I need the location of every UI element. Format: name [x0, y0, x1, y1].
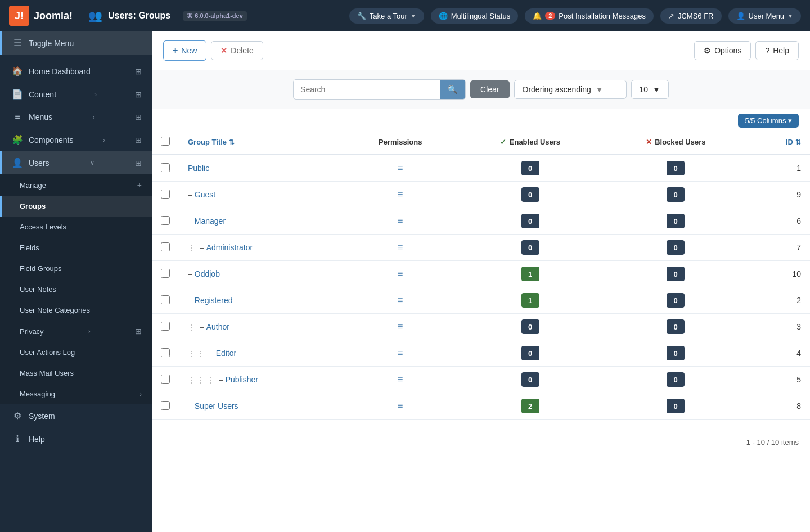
sidebar-privacy[interactable]: Privacy › ⊞	[0, 321, 152, 342]
enabled-count-badge[interactable]: 0	[521, 319, 539, 334]
user-note-categories-label: User Note Categories	[20, 306, 90, 314]
group-title-sort-link[interactable]: Group Title ⇅	[188, 138, 235, 146]
row-checkbox[interactable]	[161, 295, 170, 304]
table-row: –Guest≡009	[152, 182, 810, 208]
blocked-count-badge[interactable]: 0	[667, 372, 685, 387]
sidebar-user-notes[interactable]: User Notes	[0, 279, 152, 300]
id-sort-link[interactable]: ID ⇅	[786, 138, 801, 146]
enabled-count-badge[interactable]: 0	[521, 187, 539, 202]
blocked-count-badge[interactable]: 0	[667, 267, 685, 281]
search-input[interactable]	[294, 80, 440, 98]
ordering-select[interactable]: Ordering ascending ▼	[514, 80, 627, 99]
sidebar-users[interactable]: 👤 Users ∨ ⊞	[0, 151, 152, 174]
enabled-count-badge[interactable]: 0	[521, 161, 539, 175]
sidebar-fields[interactable]: Fields	[0, 237, 152, 258]
per-page-select[interactable]: 10 ▼	[631, 80, 669, 99]
group-name-link[interactable]: Registered	[195, 296, 233, 305]
notification-badge: 2	[545, 12, 555, 20]
help-button[interactable]: ? Help	[755, 41, 799, 60]
enabled-count-badge[interactable]: 1	[521, 293, 539, 308]
permissions-icon[interactable]: ≡	[398, 190, 403, 199]
sidebar-messaging[interactable]: Messaging ›	[0, 384, 152, 404]
row-checkbox[interactable]	[161, 242, 170, 251]
enabled-users-label: Enabled Users	[510, 138, 560, 146]
row-checkbox[interactable]	[161, 322, 170, 331]
jcms-button[interactable]: ↗ JCMS6 FR	[660, 8, 722, 24]
sidebar-groups[interactable]: Groups	[0, 196, 152, 217]
sidebar-content[interactable]: 📄 Content › ⊞	[0, 83, 152, 106]
blocked-count-badge[interactable]: 0	[667, 293, 685, 308]
permissions-icon[interactable]: ≡	[398, 242, 403, 252]
sidebar-system[interactable]: ⚙ System	[0, 404, 152, 427]
enabled-count-badge[interactable]: 0	[521, 346, 539, 360]
options-button[interactable]: ⚙ Options	[694, 41, 751, 60]
group-name-link[interactable]: Public	[188, 164, 209, 173]
group-name-link[interactable]: Editor	[216, 349, 237, 358]
group-name-link[interactable]: Super Users	[195, 402, 238, 411]
blocked-count-badge[interactable]: 0	[667, 240, 685, 255]
new-button[interactable]: + New	[163, 40, 206, 61]
delete-button[interactable]: ✕ Delete	[211, 41, 263, 60]
row-checkbox[interactable]	[161, 348, 170, 357]
sidebar-toggle-menu[interactable]: ☰ Toggle Menu	[0, 31, 152, 55]
clear-button[interactable]: Clear	[470, 80, 509, 98]
permissions-icon[interactable]: ≡	[398, 269, 403, 278]
permissions-icon[interactable]: ≡	[398, 348, 403, 358]
permissions-icon[interactable]: ≡	[398, 401, 403, 411]
columns-button[interactable]: 5/5 Columns ▾	[738, 114, 799, 128]
group-name-link[interactable]: Manager	[195, 217, 226, 226]
row-checkbox[interactable]	[161, 269, 170, 278]
toggle-menu-icon: ☰	[12, 38, 23, 48]
enabled-count-badge[interactable]: 1	[521, 267, 539, 281]
row-checkbox[interactable]	[161, 216, 170, 225]
sidebar-user-actions-log[interactable]: User Actions Log	[0, 342, 152, 363]
row-checkbox[interactable]	[161, 375, 170, 384]
row-checkbox[interactable]	[161, 401, 170, 410]
post-installation-button[interactable]: 🔔 2 Post Installation Messages	[525, 8, 654, 24]
select-all-checkbox[interactable]	[161, 137, 170, 146]
blocked-count-badge[interactable]: 0	[667, 187, 685, 202]
sidebar-manage[interactable]: Manage +	[0, 174, 152, 196]
group-name-link[interactable]: Administrator	[206, 243, 253, 252]
row-checkbox[interactable]	[161, 190, 170, 199]
blocked-count-badge[interactable]: 0	[667, 399, 685, 413]
system-icon: ⚙	[12, 411, 23, 421]
blocked-count-badge[interactable]: 0	[667, 214, 685, 228]
blocked-count-badge[interactable]: 0	[667, 346, 685, 360]
sidebar-mass-mail[interactable]: Mass Mail Users	[0, 363, 152, 384]
sidebar-user-note-categories[interactable]: User Note Categories	[0, 300, 152, 321]
permissions-icon[interactable]: ≡	[398, 375, 403, 384]
tour-button[interactable]: 🔧 Take a Tour ▼	[349, 8, 424, 24]
enabled-count-badge[interactable]: 2	[521, 399, 539, 413]
enabled-count-badge[interactable]: 0	[521, 372, 539, 387]
sidebar-menus[interactable]: ≡ Menus › ⊞	[0, 106, 152, 128]
search-button[interactable]: 🔍	[440, 80, 465, 99]
permissions-icon[interactable]: ≡	[398, 216, 403, 226]
multilingual-button[interactable]: 🌐 Multilingual Status	[431, 8, 519, 24]
group-name-link[interactable]: Author	[206, 322, 230, 331]
row-checkbox[interactable]	[161, 163, 170, 172]
components-icon: 🧩	[12, 134, 23, 145]
enabled-count-badge[interactable]: 0	[521, 214, 539, 228]
filter-bar: 🔍 Clear Ordering ascending ▼ 10 ▼	[152, 70, 810, 109]
enabled-count-badge[interactable]: 0	[521, 240, 539, 255]
permissions-icon[interactable]: ≡	[398, 295, 403, 305]
sidebar-field-groups[interactable]: Field Groups	[0, 258, 152, 279]
sidebar-help[interactable]: ℹ Help	[0, 427, 152, 450]
sidebar-home-dashboard[interactable]: 🏠 Home Dashboard ⊞	[0, 60, 152, 83]
user-menu-button[interactable]: 👤 User Menu ▼	[728, 8, 801, 24]
group-name-link[interactable]: Oddjob	[195, 269, 220, 278]
blocked-count-badge[interactable]: 0	[667, 319, 685, 334]
sidebar-access-levels[interactable]: Access Levels	[0, 217, 152, 237]
group-name-link[interactable]: Guest	[195, 190, 215, 199]
permissions-icon[interactable]: ≡	[398, 163, 403, 173]
groups-label: Groups	[20, 202, 46, 210]
post-installation-label: Post Installation Messages	[559, 12, 646, 20]
logo[interactable]: J! Joomla!	[9, 6, 73, 26]
tour-chevron-icon: ▼	[411, 13, 416, 19]
indent-dots: ⋮	[207, 376, 214, 384]
permissions-icon[interactable]: ≡	[398, 322, 403, 331]
blocked-count-badge[interactable]: 0	[667, 161, 685, 175]
group-name-link[interactable]: Publisher	[226, 375, 258, 384]
sidebar-components[interactable]: 🧩 Components › ⊞	[0, 128, 152, 151]
